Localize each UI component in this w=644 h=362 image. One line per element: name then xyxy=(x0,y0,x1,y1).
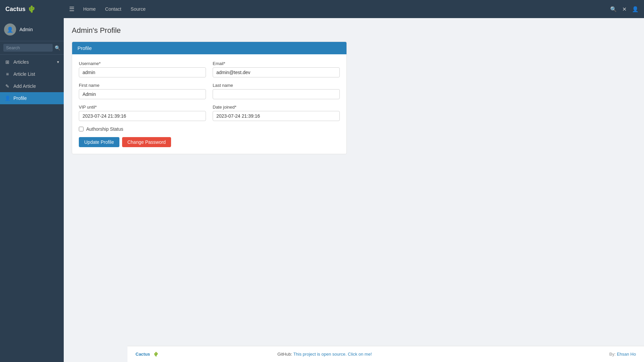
profile-icon: 👤 xyxy=(5,96,10,101)
sidebar-username: Admin xyxy=(19,27,33,32)
sidebar-user: 👤 Admin xyxy=(0,18,64,41)
close-icon[interactable]: ✕ xyxy=(622,6,627,12)
name-row: First name Last name xyxy=(79,83,340,99)
footer-brand: Cactus xyxy=(136,352,150,357)
menu-toggle-icon[interactable]: ☰ xyxy=(69,5,74,13)
vip-until-group: VIP until* xyxy=(79,105,206,121)
username-input[interactable] xyxy=(79,67,206,77)
footer: Cactus 🌵 GitHub: This project is open so… xyxy=(127,346,644,362)
sidebar-item-add-article-label: Add Article xyxy=(13,83,36,89)
sidebar-item-articles-label: Articles xyxy=(13,59,29,65)
page-title: Admin's Profile xyxy=(72,26,636,35)
email-group: Email* xyxy=(213,61,340,77)
search-button[interactable]: 🔍 xyxy=(55,45,60,51)
username-email-row: Username* Email* xyxy=(79,61,340,77)
sidebar-item-add-article[interactable]: ✎ Add Article xyxy=(0,80,64,92)
search-input[interactable] xyxy=(3,44,53,52)
authorship-row: Authorship Status xyxy=(79,126,340,132)
sidebar-nav: ⊞ Articles ▾ ≡ Article List ✎ Add Articl… xyxy=(0,55,64,362)
first-name-group: First name xyxy=(79,83,206,99)
username-group: Username* xyxy=(79,61,206,77)
date-joined-group: Date joined* xyxy=(213,105,340,121)
sidebar-search-area: 🔍 xyxy=(0,41,64,55)
top-navbar: Cactus 🌵 ☰ Home Contact Source 🔍 ✕ 👤 xyxy=(0,0,644,18)
sidebar-item-article-list-label: Article List xyxy=(13,71,35,77)
user-account-icon[interactable]: 👤 xyxy=(632,6,639,12)
authorship-checkbox[interactable] xyxy=(79,127,84,131)
nav-contact[interactable]: Contact xyxy=(102,4,124,14)
search-icon[interactable]: 🔍 xyxy=(610,6,617,12)
email-input[interactable] xyxy=(213,67,340,77)
footer-brand-area: Cactus 🌵 xyxy=(136,352,159,357)
sidebar-item-articles[interactable]: ⊞ Articles ▾ xyxy=(0,56,64,68)
articles-icon: ⊞ xyxy=(5,59,10,65)
last-name-group: Last name xyxy=(213,83,340,99)
avatar-icon: 👤 xyxy=(7,26,13,33)
first-name-input[interactable] xyxy=(79,89,206,99)
footer-by: By: Ehsan Ho xyxy=(609,352,636,357)
list-icon: ≡ xyxy=(5,71,10,77)
footer-cactus-icon: 🌵 xyxy=(153,352,159,357)
nav-source[interactable]: Source xyxy=(127,4,149,14)
change-password-button[interactable]: Change Password xyxy=(122,137,171,147)
add-article-icon: ✎ xyxy=(5,83,10,89)
last-name-label: Last name xyxy=(213,83,340,88)
vip-date-row: VIP until* Date joined* xyxy=(79,105,340,121)
sidebar: 👤 Admin 🔍 ⊞ Articles ▾ ≡ Article List ✎ … xyxy=(0,18,64,362)
nav-links: Home Contact Source xyxy=(80,4,610,14)
sidebar-item-profile[interactable]: 👤 Profile xyxy=(0,92,64,104)
main-content: Admin's Profile Profile Username* Email* xyxy=(64,18,644,346)
date-joined-label: Date joined* xyxy=(213,105,340,110)
update-profile-button[interactable]: Update Profile xyxy=(79,137,119,147)
profile-card: Profile Username* Email* Firs xyxy=(72,42,347,154)
brand-name: Cactus xyxy=(5,6,25,13)
nav-right: 🔍 ✕ 👤 xyxy=(610,6,639,12)
avatar: 👤 xyxy=(4,23,16,36)
chevron-down-icon: ▾ xyxy=(57,60,59,64)
main-wrapper: Admin's Profile Profile Username* Email* xyxy=(64,18,644,362)
footer-inner: Cactus 🌵 GitHub: This project is open so… xyxy=(136,352,636,357)
vip-until-label: VIP until* xyxy=(79,105,206,110)
authorship-label: Authorship Status xyxy=(86,126,123,132)
footer-author: Ehsan Ho xyxy=(617,352,636,357)
email-label: Email* xyxy=(213,61,340,66)
button-row: Update Profile Change Password xyxy=(79,137,340,147)
brand-logo[interactable]: Cactus 🌵 xyxy=(5,5,69,13)
profile-card-header: Profile xyxy=(72,42,346,54)
first-name-label: First name xyxy=(79,83,206,88)
footer-by-prefix: By: xyxy=(609,352,615,357)
cactus-icon: 🌵 xyxy=(28,5,36,13)
sidebar-item-article-list[interactable]: ≡ Article List xyxy=(0,68,64,80)
profile-card-body: Username* Email* First name Las xyxy=(72,54,346,154)
footer-github-link[interactable]: This project is open source. Click on me… xyxy=(293,352,372,357)
vip-until-input[interactable] xyxy=(79,111,206,121)
username-label: Username* xyxy=(79,61,206,66)
sidebar-item-profile-label: Profile xyxy=(13,96,27,101)
footer-github: GitHub: This project is open source. Cli… xyxy=(277,352,372,357)
last-name-input[interactable] xyxy=(213,89,340,99)
date-joined-input[interactable] xyxy=(213,111,340,121)
footer-github-prefix: GitHub: xyxy=(277,352,292,357)
nav-home[interactable]: Home xyxy=(80,4,99,14)
sidebar-section-articles: ⊞ Articles ▾ ≡ Article List ✎ Add Articl… xyxy=(0,55,64,106)
